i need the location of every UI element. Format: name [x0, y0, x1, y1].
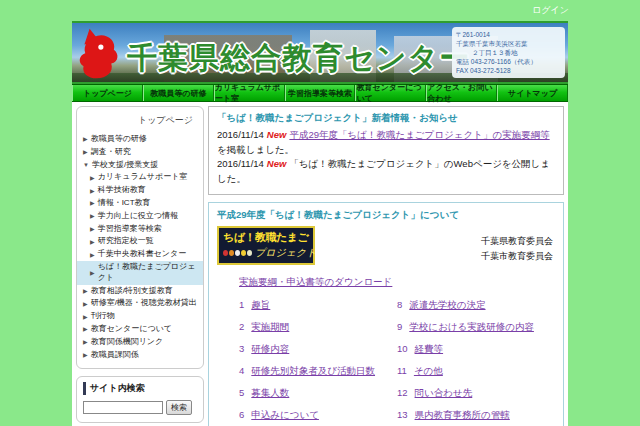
toc-item: 10経費等	[397, 338, 555, 356]
sidebar-item-label: 学校支援/授業支援	[92, 160, 158, 171]
toc-number: 11	[397, 365, 414, 376]
triangle-marker-icon: ▶	[83, 313, 88, 321]
triangle-marker-icon: ▶	[83, 135, 88, 143]
toc-link[interactable]: 5募集人数	[239, 387, 289, 398]
toc-number: 3	[239, 343, 251, 354]
new-badge: New	[267, 129, 287, 140]
toc-number: 8	[397, 299, 409, 310]
project-about-title: 平成29年度「ちば！教職たまごプロジェクト」について	[217, 209, 555, 222]
egg-icon	[223, 250, 228, 256]
toc-number: 5	[239, 387, 251, 398]
login-link[interactable]: ログイン	[532, 4, 569, 17]
sidebar-item[interactable]: ▶ 学力向上に役立つ情報	[77, 210, 203, 223]
toc-link[interactable]: 1趣旨	[239, 299, 270, 310]
toc-item: 8派遣先学校の決定	[397, 294, 555, 312]
toc-link[interactable]: 13県内教育事務所の管轄	[397, 409, 510, 420]
nav-item[interactable]: トップページ	[72, 85, 143, 101]
address-box: 〒261-0014 千葉県千葉市美浜区若葉 ２丁目１３番地 電話 043-276…	[452, 27, 565, 78]
sidebar-item-label: 調査・研究	[91, 147, 131, 158]
triangle-marker-icon: ▶	[90, 187, 95, 195]
search-button[interactable]: 検索	[166, 400, 192, 415]
news-link[interactable]: 平成29年度「ちば！教職たまごプロジェクト」の実施要綱等	[289, 129, 549, 140]
content-area: トップページ ▶ 教職員等の研修 ▶ 調査・研究	[72, 102, 568, 426]
toc-number: 6	[239, 409, 251, 420]
main-content: 「ちば！教職たまごプロジェクト」新着情報・お知らせ 2016/11/14New平…	[208, 106, 564, 426]
nav-item[interactable]: 教育センターについて	[355, 85, 426, 101]
sidebar-item-label: 研修室/機器・視聴覚教材貸出	[91, 298, 197, 309]
sidebar-item[interactable]: ▶ 刊行物	[77, 310, 203, 323]
triangle-marker-icon: ▶	[83, 287, 88, 295]
sidebar-item[interactable]: ▶ カリキュラムサポート室	[77, 171, 203, 184]
triangle-marker-icon: ▶	[90, 269, 95, 277]
news-item: 2016/11/14New平成29年度「ちば！教職たまごプロジェクト」の実施要綱…	[217, 128, 555, 157]
sidebar-item[interactable]: ▶ 科学技術教育	[77, 184, 203, 197]
sidebar-item[interactable]: ▶ 教育相談/特別支援教育	[77, 285, 203, 298]
egg-icon	[229, 250, 234, 256]
toc-link[interactable]: 2実施期間	[239, 321, 289, 332]
committee-city: 千葉市教育委員会	[481, 249, 553, 264]
new-badge: New	[267, 158, 287, 169]
sidebar-item-label: 教育相談/特別支援教育	[91, 286, 173, 297]
toc-item: 12問い合わせ先	[397, 382, 555, 400]
toc-number: 1	[239, 299, 251, 310]
nav-item[interactable]: サイトマップ	[497, 85, 568, 101]
sidebar-item[interactable]: ▶ 情報・ICT教育	[77, 197, 203, 210]
toc-label: 趣旨	[251, 299, 270, 310]
news-text: を掲載しました。	[217, 144, 294, 155]
toc-number: 13	[397, 409, 415, 420]
nav-item[interactable]: アクセス・お問い合わせ	[426, 85, 497, 101]
sidebar-item-label: カリキュラムサポート室	[98, 172, 188, 183]
top-navigation: トップページ 教職員等の研修 カリキュラムサポート室 学習指導案等検索 教育セン…	[72, 84, 568, 102]
toc-link[interactable]: 3研修内容	[239, 343, 289, 354]
nav-item[interactable]: 教職員等の研修	[143, 85, 214, 101]
toc-item: 5募集人数	[239, 382, 397, 400]
toc-link[interactable]: 9学校における実践研修の内容	[397, 321, 534, 332]
nav-item[interactable]: カリキュラムサポート室	[214, 85, 285, 101]
sidebar-item[interactable]: ▶ 調査・研究	[77, 146, 203, 159]
sidebar-item[interactable]: ▶ 研究指定校一覧	[77, 235, 203, 248]
download-section-link[interactable]: 実施要綱・申込書等のダウンロード	[239, 276, 392, 289]
news-date: 2016/11/14	[217, 158, 264, 169]
toc-label: 申込みについて	[251, 409, 319, 420]
search-input[interactable]	[83, 401, 163, 414]
toc-link[interactable]: 12問い合わせ先	[397, 387, 472, 398]
toc-label: 県内教育事務所の管轄	[415, 409, 510, 420]
sidebar-item-label: ちば！教職たまごプロジェクト	[98, 262, 200, 284]
header-banner: 千葉県総合教育センター 〒261-0014 千葉県千葉市美浜区若葉 ２丁目１３番…	[72, 21, 568, 84]
nav-item[interactable]: 学習指導案等検索	[285, 85, 356, 101]
triangle-marker-icon: ▶	[90, 225, 95, 233]
sidebar-item[interactable]: ▶ 学習指導案等検索	[77, 223, 203, 236]
sidebar-item-label: 学力向上に役立つ情報	[98, 211, 178, 222]
sidebar-item[interactable]: ▶ 教職員等の研修	[77, 133, 203, 146]
sidebar-item[interactable]: ▶ 研修室/機器・視聴覚教材貸出	[77, 297, 203, 310]
site-search-box: サイト内検索 検索	[76, 376, 204, 423]
toc-link[interactable]: 8派遣先学校の決定	[397, 299, 486, 310]
toc-item: 11その他	[397, 360, 555, 378]
toc-link[interactable]: 11その他	[397, 365, 443, 376]
toc-label: 研修先別対象者及び活動日数	[251, 365, 375, 376]
sidebar-item[interactable]: ▶ 教育センターについて	[77, 323, 203, 336]
toc-link[interactable]: 10経費等	[397, 343, 443, 354]
sidebar-item-label: 教職員等の研修	[91, 134, 147, 145]
toc-link[interactable]: 6申込みについて	[239, 409, 319, 420]
address-line2: ２丁目１３番地	[456, 48, 561, 57]
page-container: 千葉県総合教育センター 〒261-0014 千葉県千葉市美浜区若葉 ２丁目１３番…	[72, 21, 568, 426]
sidebar-item[interactable]: ▼ 学校支援/授業支援	[77, 159, 203, 172]
toc-link[interactable]: 4研修先別対象者及び活動日数	[239, 365, 375, 376]
sidebar-item[interactable]: ▶ 教育関係機関リンク	[77, 336, 203, 349]
triangle-marker-icon: ▶	[90, 174, 95, 182]
toc-label: 募集人数	[251, 387, 289, 398]
toc-item: 1趣旨	[239, 294, 397, 312]
committee-names: 千葉県教育委員会 千葉市教育委員会	[481, 234, 555, 264]
toc-item: 4研修先別対象者及び活動日数	[239, 360, 397, 378]
sidebar-item[interactable]: ▶ ちば！教職たまごプロジェクト	[77, 261, 203, 285]
sidebar-item[interactable]: ▶ 千葉中央教科書センター	[77, 248, 203, 261]
toc-number: 10	[397, 343, 415, 354]
sidebar-item-label: 学習指導案等検索	[98, 224, 162, 235]
sidebar-item-label: 千葉中央教科書センター	[98, 249, 187, 260]
toc-label: 実施期間	[251, 321, 289, 332]
sidebar-home-link[interactable]: トップページ	[77, 110, 203, 133]
toc-item: 9学校における実践研修の内容	[397, 316, 555, 334]
sidebar-item[interactable]: ▶ 教職員課関係	[77, 349, 203, 362]
toc-label: 問い合わせ先	[415, 387, 473, 398]
